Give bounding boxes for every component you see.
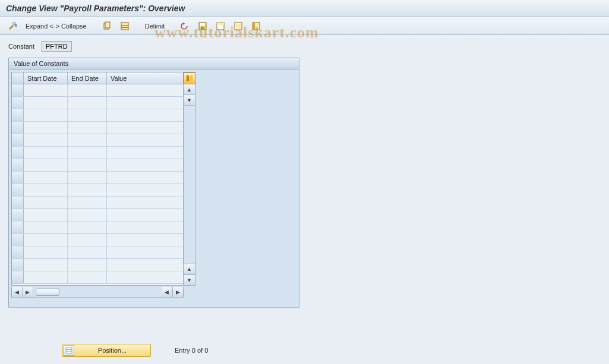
scroll-up-step-button[interactable]: ▲ [184, 264, 195, 274]
cell-end-date[interactable] [68, 234, 107, 246]
row-selector[interactable] [12, 109, 24, 121]
cell-start-date[interactable] [24, 246, 68, 258]
row-selector[interactable] [12, 184, 24, 196]
table-row[interactable] [12, 147, 183, 159]
cell-start-date[interactable] [24, 122, 68, 134]
cell-value[interactable] [107, 122, 177, 134]
scroll-down-button[interactable]: ▼ [184, 274, 195, 285]
cell-value[interactable] [107, 246, 177, 258]
cell-start-date[interactable] [24, 97, 68, 109]
cell-start-date[interactable] [24, 197, 68, 208]
horizontal-scroll-track[interactable] [33, 289, 162, 296]
cell-end-date[interactable] [68, 84, 107, 96]
cell-start-date[interactable] [24, 172, 68, 183]
save-button[interactable] [195, 20, 210, 33]
cell-end-date[interactable] [68, 271, 107, 283]
row-selector[interactable] [12, 259, 24, 271]
expand-collapse-button[interactable]: Expand <-> Collapse [23, 21, 90, 31]
row-selector[interactable] [12, 159, 24, 171]
horizontal-scroll-thumb[interactable] [36, 289, 59, 296]
row-selector-header[interactable] [12, 72, 24, 84]
table-row[interactable] [12, 234, 183, 246]
scroll-up-button[interactable]: ▲ [184, 84, 195, 95]
cell-value[interactable] [107, 84, 177, 96]
select-block-button[interactable] [213, 20, 228, 33]
table-row[interactable] [12, 197, 183, 209]
row-selector[interactable] [12, 134, 24, 146]
table-row[interactable] [12, 259, 183, 271]
cell-value[interactable] [107, 109, 177, 121]
column-header-end-date[interactable]: End Date [68, 72, 107, 84]
cell-start-date[interactable] [24, 221, 68, 233]
cell-value[interactable] [107, 197, 177, 208]
cell-value[interactable] [107, 172, 177, 183]
cell-value[interactable] [107, 184, 177, 196]
position-button[interactable]: Position... [62, 344, 151, 357]
cell-start-date[interactable] [24, 271, 68, 283]
delimit-button[interactable]: Delimit [142, 21, 168, 31]
row-selector[interactable] [12, 197, 24, 208]
cell-value[interactable] [107, 97, 177, 109]
configure-columns-button[interactable] [184, 72, 195, 84]
cell-end-date[interactable] [68, 184, 107, 196]
constant-value[interactable]: PFTRD [42, 41, 72, 52]
cell-end-date[interactable] [68, 259, 107, 271]
cell-end-date[interactable] [68, 109, 107, 121]
cell-end-date[interactable] [68, 134, 107, 146]
row-selector[interactable] [12, 271, 24, 283]
cell-value[interactable] [107, 221, 177, 233]
cell-value[interactable] [107, 134, 177, 146]
cell-value[interactable] [107, 271, 177, 283]
table-row[interactable] [12, 221, 183, 234]
select-all-button[interactable] [117, 20, 132, 33]
deselect-all-button[interactable] [231, 20, 246, 33]
cell-end-date[interactable] [68, 172, 107, 183]
table-row[interactable] [12, 184, 183, 197]
scroll-left-step-button[interactable]: ◀ [162, 287, 172, 297]
scroll-right-step-button[interactable]: ▶ [23, 287, 33, 297]
cell-value[interactable] [107, 259, 177, 271]
row-selector[interactable] [12, 172, 24, 183]
cell-end-date[interactable] [68, 197, 107, 208]
scroll-down-step-button[interactable]: ▼ [184, 95, 195, 106]
row-selector[interactable] [12, 147, 24, 159]
scroll-right-button[interactable]: ▶ [172, 287, 183, 297]
table-settings-button[interactable] [248, 20, 264, 33]
row-selector[interactable] [12, 246, 24, 258]
column-header-start-date[interactable]: Start Date [24, 72, 68, 84]
cell-start-date[interactable] [24, 259, 68, 271]
cell-value[interactable] [107, 209, 177, 221]
table-row[interactable] [12, 209, 183, 221]
copy-button[interactable] [99, 20, 115, 33]
horizontal-scrollbar[interactable]: ◀ ▶ ◀ ▶ [11, 287, 184, 297]
table-row[interactable] [12, 159, 183, 172]
cell-value[interactable] [107, 159, 177, 171]
cell-start-date[interactable] [24, 109, 68, 121]
cell-end-date[interactable] [68, 159, 107, 171]
vertical-scrollbar[interactable]: ▲ ▼ ▲ ▼ [184, 72, 195, 286]
table-row[interactable] [12, 122, 183, 134]
cell-value[interactable] [107, 147, 177, 159]
row-selector[interactable] [12, 221, 24, 233]
cell-start-date[interactable] [24, 184, 68, 196]
table-row[interactable] [12, 109, 183, 122]
cell-end-date[interactable] [68, 97, 107, 109]
row-selector[interactable] [12, 97, 24, 109]
toggle-display-change-button[interactable] [5, 20, 20, 33]
undo-button[interactable] [177, 20, 193, 33]
cell-start-date[interactable] [24, 147, 68, 159]
cell-start-date[interactable] [24, 234, 68, 246]
cell-end-date[interactable] [68, 147, 107, 159]
cell-end-date[interactable] [68, 209, 107, 221]
cell-start-date[interactable] [24, 84, 68, 96]
table-row[interactable] [12, 97, 183, 109]
row-selector[interactable] [12, 84, 24, 96]
cell-start-date[interactable] [24, 159, 68, 171]
row-selector[interactable] [12, 234, 24, 246]
column-header-value[interactable]: Value [107, 72, 177, 84]
cell-start-date[interactable] [24, 134, 68, 146]
scroll-left-button[interactable]: ◀ [12, 287, 23, 297]
table-row[interactable] [12, 172, 183, 184]
row-selector[interactable] [12, 122, 24, 134]
table-row[interactable] [12, 271, 183, 284]
